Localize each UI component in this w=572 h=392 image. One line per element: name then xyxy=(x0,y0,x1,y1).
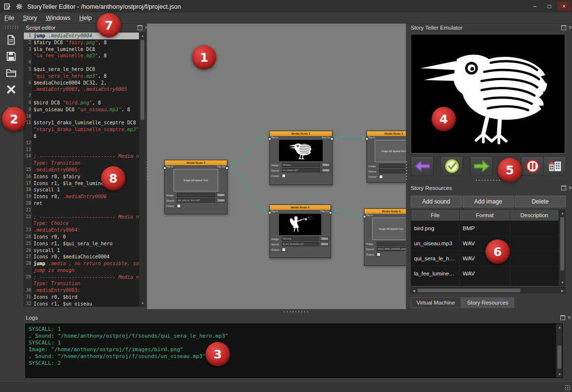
scroll-left-icon[interactable]: ◀ xyxy=(411,288,417,294)
editor-row[interactable]: 14; -------------------------- Media nod… xyxy=(24,153,139,160)
close-icon[interactable]: × xyxy=(568,315,571,320)
menu-windows[interactable]: Windows xyxy=(41,14,75,22)
editor-row[interactable]: 18syscall 1 xyxy=(24,187,139,193)
save-button[interactable] xyxy=(3,49,19,64)
float-icon[interactable] xyxy=(138,25,142,30)
add-sound-button[interactable]: Add sound xyxy=(411,196,462,207)
output-checkbox[interactable] xyxy=(282,248,286,252)
editor-row[interactable]: 25Icons r1, $qui_sera_le_hero xyxy=(24,240,139,247)
editor-row[interactable]: 30.mediaEntry0003: xyxy=(24,287,139,294)
input-pin[interactable] xyxy=(163,167,166,170)
tab-virtual-machine[interactable]: Virtual Machine xyxy=(411,297,461,308)
maximize-button[interactable]: □ xyxy=(543,1,556,11)
media-node[interactable]: Media Node 2Plan InPlan OutImage will ap… xyxy=(366,131,406,183)
editor-row[interactable]: 22; -------------------------- Media nod… xyxy=(24,214,139,221)
validate-button[interactable] xyxy=(440,156,463,176)
previous-button[interactable] xyxy=(411,156,433,176)
editor-row[interactable]: 26syscall 1 xyxy=(24,247,139,254)
close-button[interactable]: × xyxy=(557,1,571,11)
scroll-down-icon[interactable]: ▼ xyxy=(556,371,563,377)
column-header[interactable]: File xyxy=(411,210,460,221)
editor-row[interactable]: 19Icons r0, .mediaEntry0006 xyxy=(24,193,139,200)
editor-row[interactable]: 20ret xyxy=(24,200,139,207)
input-pin[interactable] xyxy=(268,211,271,214)
close-icon[interactable]: × xyxy=(569,186,572,190)
node-select-button[interactable]: Select xyxy=(216,193,225,197)
scrollbar-thumb[interactable] xyxy=(557,345,561,369)
editor-row[interactable]: 4 xyxy=(24,59,139,66)
scrollbar-thumb[interactable] xyxy=(560,217,564,271)
output-pin[interactable] xyxy=(330,137,333,140)
editor-row[interactable]: 21 xyxy=(24,207,139,214)
title-bar[interactable]: StoryTeller Editor - /home/anthony/ostpr… xyxy=(0,0,572,13)
close-icon[interactable]: × xyxy=(569,25,572,30)
float-icon[interactable] xyxy=(561,25,566,30)
editor-row[interactable]: 8$bird DC8 "bird.png", 8 xyxy=(24,100,139,106)
add-image-button[interactable]: Add image xyxy=(463,196,514,207)
new-script-button[interactable] xyxy=(3,33,19,47)
editor-row[interactable]: 29; -------------------------- Media nod… xyxy=(24,274,139,281)
menu-help[interactable]: Help xyxy=(75,14,96,22)
scrollbar-thumb[interactable] xyxy=(417,289,520,292)
editor-row[interactable]: "qui_sera_le_hero.mp3", 8 xyxy=(24,73,139,80)
editor-scrollbar[interactable]: ▲ ▼ xyxy=(139,33,145,307)
node-select-button[interactable]: Select xyxy=(320,237,329,241)
output-checkbox[interactable] xyxy=(177,204,181,208)
logs-scrollbar[interactable]: ▲ ▼ xyxy=(556,324,562,377)
output-checkbox[interactable] xyxy=(379,175,383,179)
close-project-button[interactable] xyxy=(3,82,19,97)
column-header[interactable]: Description xyxy=(510,210,559,221)
editor-row[interactable]: 24Icons r0, 0 xyxy=(24,234,139,240)
resource-row[interactable]: bird.pngBMP xyxy=(411,221,565,236)
pause-button[interactable] xyxy=(521,156,544,176)
scroll-up-icon[interactable]: ▲ xyxy=(139,33,146,39)
node-select-button[interactable]: Select xyxy=(320,242,329,246)
editor-row[interactable]: "story1_drako_luminelle_sceptre.mp3", xyxy=(24,126,139,133)
editor-row[interactable]: 11$story1_drako_luminelle_sceptre DC8 xyxy=(24,119,139,126)
resize-grip[interactable] xyxy=(565,385,571,391)
splitter-handle[interactable] xyxy=(146,160,149,180)
scroll-right-icon[interactable]: ▶ xyxy=(559,288,566,294)
editor-row[interactable]: 9$un_oiseau DC8 "un_oiseau.mp3", 8 xyxy=(24,106,139,113)
media-node[interactable]: Media Node 1Plan InPlan OutImagebird.png… xyxy=(269,131,332,185)
editor-row[interactable]: 1jump .mediaEntry0004 xyxy=(24,33,139,39)
output-checkbox[interactable] xyxy=(282,174,286,178)
editor-row[interactable]: 10 xyxy=(24,113,139,120)
next-button[interactable] xyxy=(470,156,493,176)
output-checkbox[interactable] xyxy=(377,253,381,256)
open-button[interactable] xyxy=(3,66,19,80)
splitter-handle[interactable] xyxy=(475,179,502,182)
input-pin[interactable] xyxy=(363,215,366,218)
delete-button[interactable]: Delete xyxy=(515,196,566,207)
scroll-down-icon[interactable]: ▼ xyxy=(139,300,146,307)
node-graph-canvas[interactable]: Media Node 4Plan InPlan OutImage will ap… xyxy=(147,23,406,309)
menu-story[interactable]: Story xyxy=(18,14,41,22)
editor-row[interactable]: 12 xyxy=(24,140,139,147)
editor-row[interactable]: .mediaEntry0003, .mediaEntry0005 xyxy=(24,86,139,93)
editor-row[interactable]: "la_fee_luminelle.mp3", 8 xyxy=(24,52,139,59)
editor-row[interactable]: 5$qui_sera_le_hero DC8 xyxy=(24,66,139,73)
logs-console[interactable]: SYSCALL: 1, Sound: "/home/anthony/ostpro… xyxy=(25,324,563,378)
media-node[interactable]: Media Node 6Plan InPlan OutImage will ap… xyxy=(364,208,406,266)
scroll-up-icon[interactable]: ▲ xyxy=(559,210,566,216)
output-pin[interactable] xyxy=(225,167,228,170)
media-node[interactable]: Media Node 5Plan InPlan OutImagefairy.pn… xyxy=(269,205,331,258)
editor-row[interactable]: 8 xyxy=(24,133,139,140)
input-pin[interactable] xyxy=(365,137,368,140)
editor-row[interactable]: 32Icons r1, $un_oiseau xyxy=(24,301,139,307)
scroll-down-icon[interactable]: ▼ xyxy=(559,279,566,286)
editor-row[interactable]: 6$mediaChoice0004 DC32, 2, xyxy=(24,80,139,86)
float-icon[interactable] xyxy=(560,315,565,320)
scroll-up-icon[interactable]: ▲ xyxy=(556,324,563,330)
editor-row[interactable]: jump is enough xyxy=(24,267,139,274)
float-icon[interactable] xyxy=(561,186,566,190)
output-pin[interactable] xyxy=(329,211,332,214)
editor-row[interactable]: Type: Transition xyxy=(24,160,139,167)
editor-row[interactable]: Type: Choice xyxy=(24,220,139,227)
resource-row[interactable]: fairy.pngBMP xyxy=(411,281,565,286)
editor-row[interactable]: 13 xyxy=(24,147,139,153)
editor-row[interactable]: 31Icons r0, $bird xyxy=(24,294,139,301)
editor-row[interactable]: 28jump .media ; no return possible, so a xyxy=(24,260,139,267)
table-scrollbar[interactable]: ▲ ▼ xyxy=(559,210,565,286)
toolbar-grip[interactable] xyxy=(4,25,18,29)
